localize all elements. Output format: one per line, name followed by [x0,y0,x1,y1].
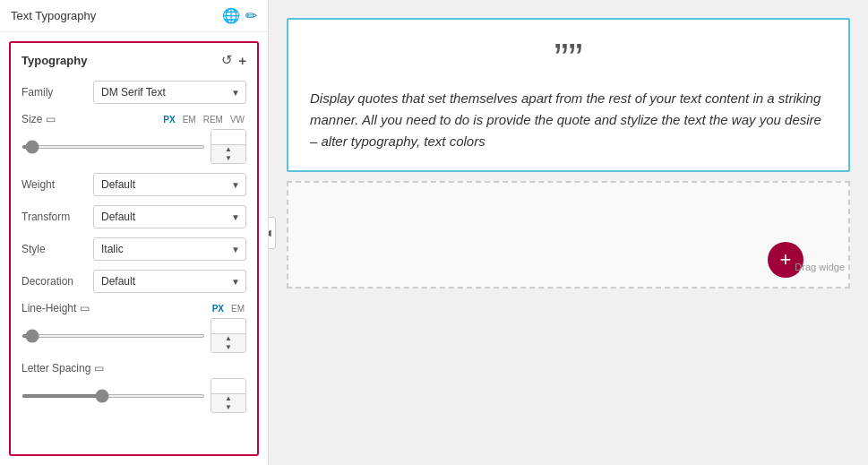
size-arrows: ▲ ▼ [211,144,245,163]
main-area: ◀ ”” Display quotes that set themselves … [269,0,868,465]
ls-label-row: Letter Spacing ▭ [21,362,246,375]
unit-em[interactable]: EM [181,114,198,125]
lh-monitor-icon: ▭ [80,302,90,314]
ls-slider-row: ▲ ▼ [21,378,246,413]
lh-input[interactable] [211,319,245,333]
lh-slider[interactable] [21,334,205,338]
collapse-handle[interactable]: ◀ [269,217,276,249]
ls-arrows: ▲ ▼ [211,393,245,412]
size-input-wrap: ▲ ▼ [211,129,246,164]
lh-unit-px[interactable]: PX [211,303,226,314]
add-widget-button[interactable]: + [768,242,804,278]
ls-slider[interactable] [21,394,205,398]
ls-label-left: Letter Spacing ▭ [21,362,104,375]
lh-label-left: Line-Height ▭ [21,302,90,314]
add-typography-icon[interactable]: + [238,53,246,68]
size-arrow-down[interactable]: ▼ [211,154,245,163]
typography-header-actions: ↺ + [221,52,246,68]
transform-label: Transform [21,211,93,223]
typography-title: Typography [21,54,87,67]
size-slider[interactable] [21,145,205,149]
lh-input-wrap: ▲ ▼ [211,318,246,353]
ls-monitor-icon: ▭ [94,362,104,375]
line-height-row: Line-Height ▭ PX EM ▲ ▼ [21,302,246,353]
reset-icon[interactable]: ↺ [221,52,233,68]
size-input[interactable] [211,130,245,144]
lh-label-row: Line-Height ▭ PX EM [21,302,246,314]
size-arrow-up[interactable]: ▲ [211,145,245,154]
lh-arrow-up[interactable]: ▲ [211,334,245,343]
empty-widget-area: + Drag widge [287,181,850,288]
panel-header-icons: 🌐 ✏ [222,7,257,24]
drag-widget-text: Drag widge [795,262,845,272]
panel-title: Text Typography [11,9,96,22]
transform-row: Transform Default UppercaseLowercase Cap… [21,205,246,228]
weight-row: Weight Default 100200300 400500600 70080… [21,173,246,196]
decoration-row: Decoration Default UnderlineOverline Lin… [21,270,246,293]
ls-arrow-down[interactable]: ▼ [211,403,245,412]
size-monitor-icon: ▭ [46,113,56,125]
unit-rem[interactable]: REM [202,114,225,125]
decoration-dropdown-wrap: Default UnderlineOverline Line-throughNo… [93,270,246,293]
family-row: Family DM Serif Text Arial Georgia Times… [21,81,246,104]
letter-spacing-row: Letter Spacing ▭ ▲ ▼ [21,362,246,413]
lh-arrow-down[interactable]: ▼ [211,343,245,352]
panel-header: Text Typography 🌐 ✏ [0,0,268,32]
size-label-row: Size ▭ PX EM REM VW [21,113,246,125]
ls-input-wrap: ▲ ▼ [211,378,246,413]
quote-mark: ”” [310,38,827,81]
ls-arrow-up[interactable]: ▲ [211,394,245,403]
style-dropdown-wrap: Default Italic NormalOblique ▼ [93,237,246,261]
size-label-left: Size ▭ [21,113,56,125]
weight-dropdown-wrap: Default 100200300 400500600 700800900 ▼ [93,173,246,196]
unit-vw[interactable]: VW [228,114,246,125]
style-label: Style [21,243,93,255]
size-row: Size ▭ PX EM REM VW ▲ ▼ [21,113,246,164]
quote-area: ”” Display quotes that set themselves ap… [287,18,850,172]
size-slider-row: ▲ ▼ [21,129,246,164]
decoration-label: Decoration [21,275,93,288]
typography-header: Typography ↺ + [21,52,246,68]
family-select[interactable]: DM Serif Text Arial Georgia Times New Ro… [93,81,246,104]
quote-text: Display quotes that set themselves apart… [310,88,827,152]
family-dropdown-wrap: DM Serif Text Arial Georgia Times New Ro… [93,81,246,104]
family-label: Family [21,86,93,99]
transform-select[interactable]: Default UppercaseLowercase CapitalizeNon… [93,205,246,228]
typography-box: Typography ↺ + Family DM Serif Text Aria… [9,41,259,456]
left-panel: Text Typography 🌐 ✏ Typography ↺ + Famil… [0,0,269,465]
decoration-select[interactable]: Default UnderlineOverline Line-throughNo… [93,270,246,293]
lh-unit-group: PX EM [211,303,246,314]
weight-label: Weight [21,178,93,191]
globe-icon[interactable]: 🌐 [222,7,240,24]
lh-arrows: ▲ ▼ [211,333,245,352]
collapse-chevron-icon: ◀ [269,228,271,237]
transform-dropdown-wrap: Default UppercaseLowercase CapitalizeNon… [93,205,246,228]
edit-icon[interactable]: ✏ [245,7,257,24]
style-row: Style Default Italic NormalOblique ▼ [21,237,246,261]
style-select[interactable]: Default Italic NormalOblique [93,237,246,261]
ls-input[interactable] [211,379,245,393]
unit-px[interactable]: PX [161,114,176,125]
weight-select[interactable]: Default 100200300 400500600 700800900 [93,173,246,196]
lh-unit-em[interactable]: EM [229,303,246,314]
lh-slider-row: ▲ ▼ [21,318,246,353]
size-unit-group: PX EM REM VW [161,114,246,125]
